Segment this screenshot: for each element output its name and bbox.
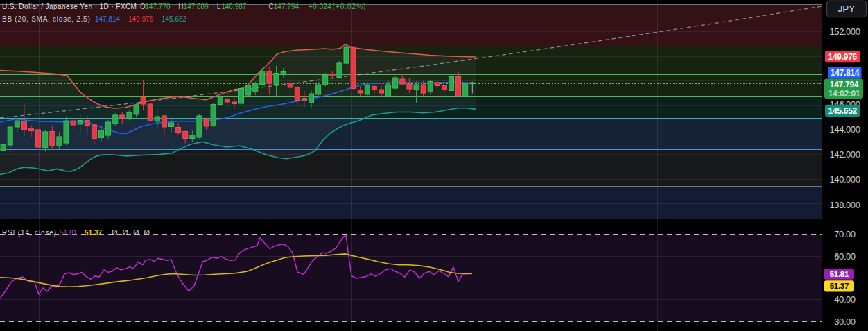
svg-text:Ø: Ø <box>144 228 150 237</box>
svg-text:JPY: JPY <box>838 3 856 14</box>
svg-text:70.00: 70.00 <box>834 229 856 239</box>
svg-text:40.00: 40.00 <box>834 294 856 305</box>
svg-text:145.652: 145.652 <box>828 106 858 116</box>
svg-text:144.000: 144.000 <box>830 124 860 135</box>
svg-text:145.652: 145.652 <box>162 15 187 23</box>
svg-text:+0.024: +0.024 <box>309 3 331 10</box>
svg-text:147.770: 147.770 <box>145 3 171 10</box>
svg-text:152.000: 152.000 <box>830 26 860 37</box>
svg-text:51.81: 51.81 <box>60 229 77 237</box>
svg-text:140.000: 140.000 <box>830 174 860 185</box>
svg-text:146.987: 146.987 <box>221 3 247 10</box>
svg-text:Ø: Ø <box>123 228 129 237</box>
svg-text:51.37: 51.37 <box>85 229 102 237</box>
svg-text:60.00: 60.00 <box>834 251 856 262</box>
svg-text:51.81: 51.81 <box>830 270 849 278</box>
svg-text:14:02:01: 14:02:01 <box>828 89 860 99</box>
svg-text:147.794: 147.794 <box>274 3 300 10</box>
svg-text:Ø: Ø <box>112 228 118 237</box>
svg-text:(+0.02%): (+0.02%) <box>333 3 367 10</box>
svg-text:147.814: 147.814 <box>95 15 121 23</box>
svg-text:147.814: 147.814 <box>831 68 860 78</box>
svg-text:147.794: 147.794 <box>830 80 859 90</box>
svg-text:142.000: 142.000 <box>830 149 860 160</box>
svg-text:51.37: 51.37 <box>830 282 849 290</box>
svg-text:147.889: 147.889 <box>184 3 209 10</box>
svg-text:H: H <box>178 3 183 10</box>
svg-text:BB (20, SMA, close, 2.5): BB (20, SMA, close, 2.5) <box>2 15 91 23</box>
svg-text:C: C <box>269 3 274 10</box>
svg-text:138.000: 138.000 <box>830 200 860 210</box>
svg-text:30.00: 30.00 <box>834 316 856 327</box>
svg-text:Ø: Ø <box>133 228 139 237</box>
svg-text:U.S. Dollar / Japanese Yen · 1: U.S. Dollar / Japanese Yen · 1D · FXCM <box>2 3 137 10</box>
svg-text:RSI (14, close): RSI (14, close) <box>2 229 57 237</box>
svg-text:149.976: 149.976 <box>828 52 858 62</box>
svg-text:L: L <box>217 3 221 10</box>
svg-text:149.976: 149.976 <box>128 15 154 23</box>
